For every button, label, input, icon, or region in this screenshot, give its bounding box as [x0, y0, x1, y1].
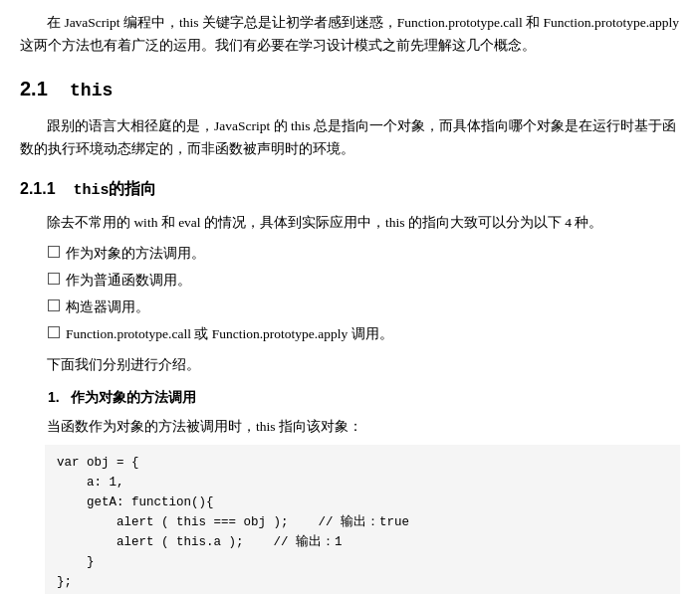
section-21-number: 2.1 [20, 78, 48, 99]
section-211-intro: 除去不常用的 with 和 eval 的情况，具体到实际应用中，this 的指向… [20, 212, 680, 235]
checkbox-icon [48, 273, 60, 285]
intro-paragraph: 在 JavaScript 编程中，this 关键字总是让初学者感到迷惑，Func… [20, 12, 680, 58]
list-item: 构造器调用。 [48, 297, 680, 319]
checkbox-icon [48, 299, 60, 311]
checkbox-icon [48, 246, 60, 258]
section-211-heading: 2.1.1 this的指向 [20, 175, 680, 204]
list-item-text: 构造器调用。 [66, 297, 680, 319]
list-item: Function.prototype.call 或 Function.proto… [48, 323, 680, 346]
below-list-text: 下面我们分别进行介绍。 [47, 354, 680, 377]
section-211-title-suffix: 的指向 [109, 180, 156, 197]
subsection-1-para: 当函数作为对象的方法被调用时，this 指向该对象： [47, 416, 680, 439]
code-block: var obj = { a: 1, getA: function(){ aler… [45, 445, 680, 594]
list-item: 作为普通函数调用。 [48, 270, 680, 293]
subsection-1-heading: 1. 作为对象的方法调用 [48, 386, 680, 410]
section-211-number: 2.1.1 [20, 180, 56, 197]
subsection-1-number: 1. [48, 389, 60, 405]
subsection-1-title: 作为对象的方法调用 [71, 389, 196, 405]
section-211-title-code: this [73, 182, 109, 199]
section-21-heading: 2.1 this [20, 72, 680, 106]
section-21-title: this [70, 81, 113, 100]
list-item-text: Function.prototype.call 或 Function.proto… [66, 323, 680, 346]
section-21-para: 跟别的语言大相径庭的是，JavaScript 的 this 总是指向一个对象，而… [20, 115, 680, 161]
list-item: 作为对象的方法调用。 [48, 243, 680, 266]
list-item-text: 作为对象的方法调用。 [66, 243, 680, 266]
list-container: 作为对象的方法调用。 作为普通函数调用。 构造器调用。 Function.pro… [48, 243, 680, 346]
list-item-text: 作为普通函数调用。 [66, 270, 680, 293]
checkbox-icon [48, 326, 60, 338]
